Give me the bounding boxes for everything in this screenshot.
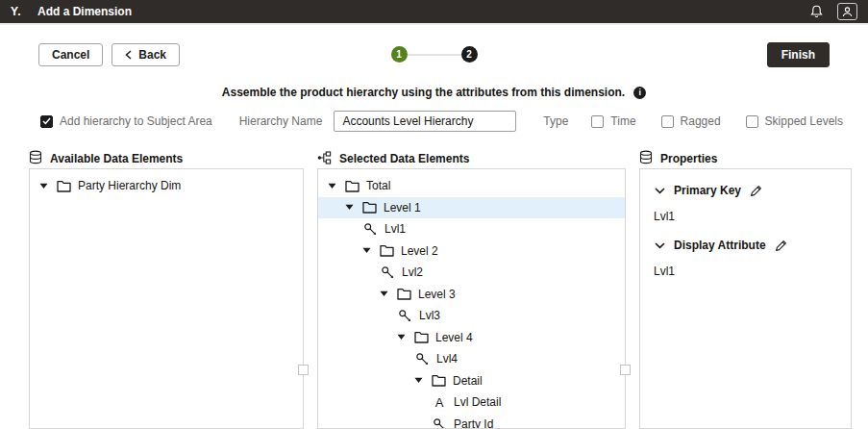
hierarchy-name-input[interactable]: [334, 111, 516, 132]
tree-item-lvl3[interactable]: Lvl3: [318, 305, 625, 327]
folder-icon: [379, 244, 394, 257]
tree-item-label: Lvl2: [402, 265, 423, 279]
app-logo: Y.: [11, 5, 21, 18]
add-dimension-dialog: Y. Add a Dimension Cancel Back 12 Finish…: [0, 0, 868, 429]
caret-down-icon[interactable]: [345, 204, 355, 211]
tree-item-total[interactable]: Total: [318, 175, 625, 197]
tree-item-label: Lvl4: [436, 352, 458, 366]
selected-tree: TotalLevel 1Lvl1Level 2Lvl2Level 3Lvl3Le…: [317, 168, 626, 429]
available-tree: Party Hierarchy Dim: [29, 168, 304, 429]
caret-down-icon[interactable]: [328, 183, 337, 189]
caret-down-icon[interactable]: [380, 290, 389, 297]
folder-icon: [344, 180, 360, 192]
tree-item-lvl1[interactable]: Lvl1: [318, 218, 625, 240]
tree-item-party-hierarchy-dim[interactable]: Party Hierarchy Dim: [30, 175, 303, 197]
tree-item-label: Level 4: [435, 331, 473, 344]
chevron-down-icon[interactable]: [655, 242, 665, 249]
caret-down-icon[interactable]: [39, 183, 49, 189]
selected-panel-header: Selected Data Elements: [317, 149, 626, 168]
property-label: Primary Key: [674, 184, 741, 197]
notifications-bell-icon[interactable]: [810, 5, 823, 18]
tree-item-level-2[interactable]: Level 2: [318, 240, 625, 263]
properties-panel: Properties Primary KeyLvl1Display Attrib…: [639, 149, 852, 429]
key-icon: [397, 309, 412, 322]
cancel-button[interactable]: Cancel: [38, 43, 103, 66]
panel-resize-handle[interactable]: [298, 365, 309, 375]
back-button[interactable]: Back: [112, 43, 180, 66]
checkbox-icon: [746, 115, 758, 128]
step-2: 2: [461, 46, 478, 63]
tree-item-label: Lvl3: [419, 309, 440, 322]
step-1: 1: [391, 46, 408, 63]
chevron-down-icon[interactable]: [655, 188, 665, 194]
panels-row: Available Data Elements Party Hierarchy …: [29, 149, 852, 429]
tree-item-label: Lvl Detail: [454, 395, 501, 409]
property-value: Lvl1: [654, 265, 839, 278]
properties-panel-title: Properties: [660, 152, 717, 165]
available-panel-header: Available Data Elements: [29, 149, 304, 168]
tree-item-label: Lvl1: [384, 222, 406, 236]
folder-icon: [413, 331, 429, 343]
available-panel-title: Available Data Elements: [50, 152, 183, 165]
database-icon: [639, 150, 653, 167]
checkbox-skipped-levels[interactable]: Skipped Levels: [746, 114, 843, 128]
selected-data-elements-panel: Selected Data Elements TotalLevel 1Lvl1L…: [317, 149, 626, 429]
panel-resize-handle[interactable]: [620, 365, 631, 375]
checkbox-ragged[interactable]: Ragged: [661, 114, 721, 128]
caret-down-icon[interactable]: [414, 377, 424, 384]
tree-item-detail[interactable]: Detail: [318, 370, 625, 392]
user-avatar-icon[interactable]: [837, 3, 857, 20]
database-icon: [29, 150, 42, 167]
checkbox-label: Skipped Levels: [765, 114, 843, 128]
instruction-row: Assemble the product hierarchy using the…: [0, 86, 868, 99]
wizard-stepper: 12: [391, 46, 478, 63]
type-checkboxes: TimeRaggedSkipped Levels: [591, 114, 843, 128]
key-icon: [380, 265, 395, 279]
checkbox-time[interactable]: Time: [591, 114, 635, 128]
caret-down-icon[interactable]: [362, 247, 372, 254]
checkbox-icon: [591, 115, 604, 128]
edit-pencil-icon[interactable]: [775, 240, 787, 252]
tree-item-label: Level 3: [418, 288, 456, 301]
wizard-toolbar: Cancel Back 12 Finish: [38, 42, 830, 67]
info-icon[interactable]: i: [633, 87, 646, 99]
checkbox-icon: [661, 115, 674, 128]
property-section-display-attribute: Display Attribute: [655, 239, 839, 252]
page-title: Add a Dimension: [37, 5, 132, 18]
properties-panel-header: Properties: [639, 149, 852, 168]
tree-item-lvl-detail[interactable]: ALvl Detail: [318, 391, 625, 414]
add-hierarchy-checkbox[interactable]: Add hierarchy to Subject Area: [40, 114, 212, 128]
tree-item-level-1[interactable]: Level 1: [318, 197, 625, 219]
instruction-text: Assemble the product hierarchy using the…: [222, 86, 625, 99]
folder-icon: [56, 180, 71, 192]
property-value: Lvl1: [654, 210, 839, 223]
key-icon: [362, 222, 378, 236]
text-attribute-icon: A: [432, 396, 447, 409]
key-icon: [414, 352, 430, 366]
tree-item-lvl4[interactable]: Lvl4: [318, 348, 625, 370]
properties-body: Primary KeyLvl1Display AttributeLvl1: [639, 168, 852, 429]
hierarchy-name-group: Hierarchy Name: [239, 111, 517, 132]
tree-item-label: Level 1: [384, 201, 421, 214]
key-icon: [432, 417, 447, 429]
tree-item-label: Detail: [453, 374, 483, 388]
hierarchy-name-label: Hierarchy Name: [239, 114, 323, 128]
app-header: Y. Add a Dimension: [0, 0, 868, 25]
tree-item-level-4[interactable]: Level 4: [318, 327, 625, 349]
type-label: Type: [543, 114, 568, 128]
caret-down-icon[interactable]: [397, 334, 407, 341]
folder-icon: [431, 374, 446, 387]
folder-icon: [396, 288, 411, 300]
chevron-left-icon: [125, 50, 132, 60]
tree-item-party-id[interactable]: Party Id: [318, 414, 625, 429]
finish-button[interactable]: Finish: [767, 42, 830, 67]
folder-icon: [361, 201, 377, 214]
back-button-label: Back: [138, 48, 166, 62]
header-actions: [810, 3, 857, 20]
edit-pencil-icon[interactable]: [750, 185, 762, 197]
checkbox-label: Time: [610, 114, 635, 128]
tree-item-label: Party Id: [454, 417, 493, 429]
tree-item-level-3[interactable]: Level 3: [318, 284, 625, 306]
tree-item-lvl2[interactable]: Lvl2: [318, 262, 625, 284]
tree-item-label: Party Hierarchy Dim: [78, 179, 181, 192]
